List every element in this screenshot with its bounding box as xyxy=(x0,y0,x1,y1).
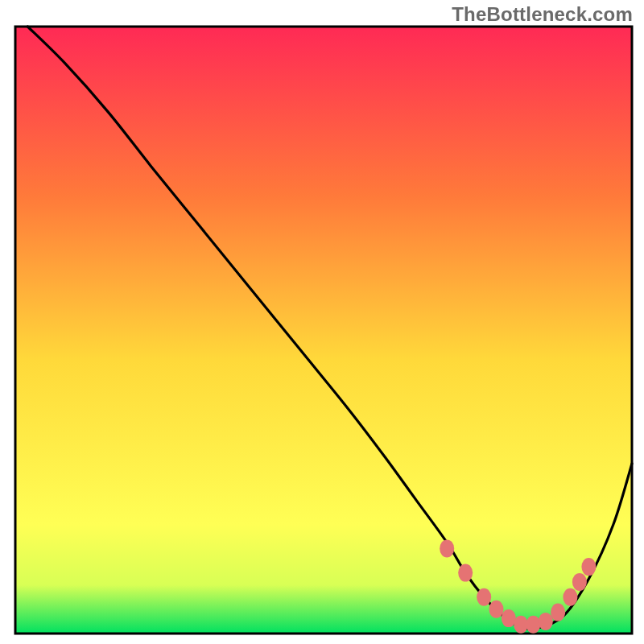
bottleneck-chart xyxy=(0,0,644,644)
highlight-dot xyxy=(477,588,491,606)
highlight-dot xyxy=(526,616,540,634)
highlight-dot xyxy=(539,613,553,630)
watermark-label: TheBottleneck.com xyxy=(452,3,633,26)
highlight-dot xyxy=(581,558,596,576)
highlight-dot xyxy=(502,609,516,627)
highlight-dot xyxy=(458,564,473,582)
highlight-dot xyxy=(572,573,587,591)
highlight-dot xyxy=(563,588,577,606)
highlight-dot xyxy=(440,539,454,557)
highlight-dot xyxy=(514,616,528,634)
highlight-dot xyxy=(551,604,565,621)
plot-background xyxy=(15,27,632,634)
highlight-dot xyxy=(489,601,504,618)
chart-container: TheBottleneck.com xyxy=(0,0,644,644)
